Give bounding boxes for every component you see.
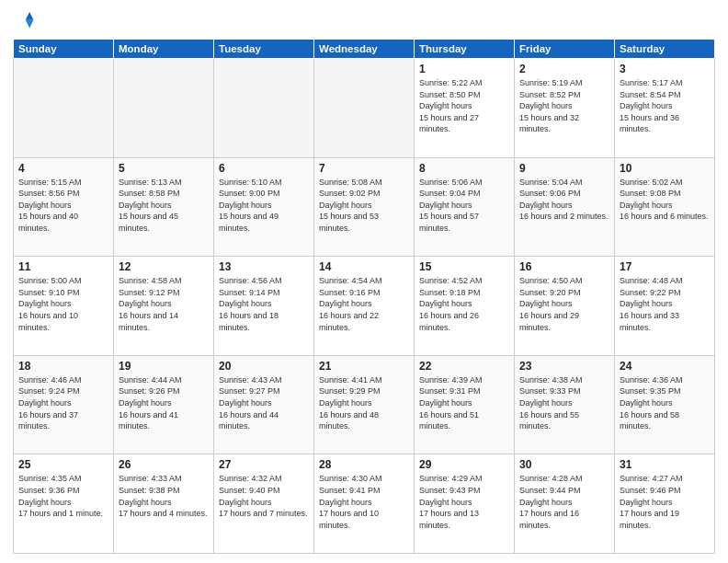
day-number: 9 [519,162,609,175]
weekday-header-saturday: Saturday [615,40,715,59]
day-cell: 7Sunrise: 5:08 AMSunset: 9:02 PMDaylight… [314,157,415,257]
weekday-header-row: SundayMondayTuesdayWednesdayThursdayFrid… [14,40,715,59]
day-cell: 31Sunrise: 4:27 AMSunset: 9:46 PMDayligh… [615,454,715,554]
day-info: Sunrise: 4:52 AMSunset: 9:18 PMDaylight … [419,275,509,333]
day-cell: 30Sunrise: 4:28 AMSunset: 9:44 PMDayligh… [515,454,615,554]
day-cell: 17Sunrise: 4:48 AMSunset: 9:22 PMDayligh… [615,257,715,356]
day-cell: 2Sunrise: 5:19 AMSunset: 8:52 PMDaylight… [515,59,615,158]
day-cell [14,59,114,158]
day-info: Sunrise: 5:19 AMSunset: 8:52 PMDaylight … [519,77,609,135]
day-number: 29 [419,458,509,471]
day-number: 28 [319,458,409,471]
day-info: Sunrise: 4:28 AMSunset: 9:44 PMDaylight … [519,473,609,531]
weekday-header-wednesday: Wednesday [314,40,415,59]
day-number: 31 [620,458,710,471]
day-number: 23 [519,360,609,373]
weekday-header-tuesday: Tuesday [214,40,314,59]
logo [13,9,39,33]
day-info: Sunrise: 5:17 AMSunset: 8:54 PMDaylight … [620,77,710,135]
week-row-3: 11Sunrise: 5:00 AMSunset: 9:10 PMDayligh… [14,257,715,356]
week-row-5: 25Sunrise: 4:35 AMSunset: 9:36 PMDayligh… [14,454,715,554]
day-number: 1 [419,63,509,75]
day-number: 4 [18,162,108,175]
day-info: Sunrise: 4:38 AMSunset: 9:33 PMDaylight … [519,374,609,432]
day-cell: 3Sunrise: 5:17 AMSunset: 8:54 PMDaylight… [615,59,715,158]
day-info: Sunrise: 4:29 AMSunset: 9:43 PMDaylight … [419,473,509,531]
svg-marker-1 [26,20,34,29]
day-info: Sunrise: 4:27 AMSunset: 9:46 PMDaylight … [620,473,710,531]
calendar-body: 1Sunrise: 5:22 AMSunset: 8:50 PMDaylight… [14,59,715,554]
day-number: 14 [319,260,409,273]
day-cell: 22Sunrise: 4:39 AMSunset: 9:31 PMDayligh… [415,355,515,454]
day-number: 20 [219,360,309,373]
day-info: Sunrise: 4:56 AMSunset: 9:14 PMDaylight … [219,275,309,333]
day-number: 2 [519,63,609,75]
day-number: 25 [18,458,108,471]
day-info: Sunrise: 5:22 AMSunset: 8:50 PMDaylight … [419,77,509,135]
day-number: 26 [119,458,209,471]
day-info: Sunrise: 5:08 AMSunset: 9:02 PMDaylight … [319,177,409,235]
day-number: 7 [319,162,409,175]
day-info: Sunrise: 5:04 AMSunset: 9:06 PMDaylight … [519,177,609,223]
weekday-header-sunday: Sunday [14,40,114,59]
day-number: 22 [419,360,509,373]
day-cell: 8Sunrise: 5:06 AMSunset: 9:04 PMDaylight… [415,157,515,257]
day-number: 18 [18,360,108,373]
day-info: Sunrise: 4:43 AMSunset: 9:27 PMDaylight … [219,374,309,432]
day-number: 16 [519,260,609,273]
day-cell: 9Sunrise: 5:04 AMSunset: 9:06 PMDaylight… [515,157,615,257]
day-cell: 14Sunrise: 4:54 AMSunset: 9:16 PMDayligh… [314,257,415,356]
header [13,9,715,33]
day-cell: 18Sunrise: 4:46 AMSunset: 9:24 PMDayligh… [14,355,114,454]
day-number: 21 [319,360,409,373]
calendar-page: SundayMondayTuesdayWednesdayThursdayFrid… [0,0,728,563]
day-cell: 23Sunrise: 4:38 AMSunset: 9:33 PMDayligh… [515,355,615,454]
week-row-1: 1Sunrise: 5:22 AMSunset: 8:50 PMDaylight… [14,59,715,158]
day-cell: 26Sunrise: 4:33 AMSunset: 9:38 PMDayligh… [114,454,214,554]
week-row-4: 18Sunrise: 4:46 AMSunset: 9:24 PMDayligh… [14,355,715,454]
day-number: 5 [119,162,209,175]
day-cell [314,59,415,158]
day-info: Sunrise: 4:30 AMSunset: 9:41 PMDaylight … [319,473,409,531]
day-number: 24 [620,360,710,373]
logo-icon [15,9,35,29]
day-cell: 10Sunrise: 5:02 AMSunset: 9:08 PMDayligh… [615,157,715,257]
day-cell: 24Sunrise: 4:36 AMSunset: 9:35 PMDayligh… [615,355,715,454]
day-number: 6 [219,162,309,175]
calendar-table: SundayMondayTuesdayWednesdayThursdayFrid… [13,39,715,554]
day-info: Sunrise: 4:33 AMSunset: 9:38 PMDaylight … [119,473,209,519]
day-cell: 27Sunrise: 4:32 AMSunset: 9:40 PMDayligh… [214,454,314,554]
day-info: Sunrise: 5:15 AMSunset: 8:56 PMDaylight … [18,177,108,235]
day-cell [114,59,214,158]
day-info: Sunrise: 4:58 AMSunset: 9:12 PMDaylight … [119,275,209,333]
week-row-2: 4Sunrise: 5:15 AMSunset: 8:56 PMDaylight… [14,157,715,257]
day-info: Sunrise: 4:35 AMSunset: 9:36 PMDaylight … [18,473,108,519]
svg-marker-0 [26,12,34,20]
day-info: Sunrise: 4:41 AMSunset: 9:29 PMDaylight … [319,374,409,432]
day-info: Sunrise: 5:02 AMSunset: 9:08 PMDaylight … [620,177,710,223]
weekday-header-monday: Monday [114,40,214,59]
day-number: 30 [519,458,609,471]
day-number: 12 [119,260,209,273]
day-number: 17 [620,260,710,273]
day-cell: 13Sunrise: 4:56 AMSunset: 9:14 PMDayligh… [214,257,314,356]
day-info: Sunrise: 4:36 AMSunset: 9:35 PMDaylight … [620,374,710,432]
day-number: 11 [18,260,108,273]
day-cell: 29Sunrise: 4:29 AMSunset: 9:43 PMDayligh… [415,454,515,554]
day-info: Sunrise: 5:10 AMSunset: 9:00 PMDaylight … [219,177,309,235]
day-info: Sunrise: 4:48 AMSunset: 9:22 PMDaylight … [620,275,710,333]
day-cell: 4Sunrise: 5:15 AMSunset: 8:56 PMDaylight… [14,157,114,257]
weekday-header-thursday: Thursday [415,40,515,59]
day-cell: 20Sunrise: 4:43 AMSunset: 9:27 PMDayligh… [214,355,314,454]
day-number: 3 [620,63,710,75]
day-info: Sunrise: 4:54 AMSunset: 9:16 PMDaylight … [319,275,409,333]
day-info: Sunrise: 4:32 AMSunset: 9:40 PMDaylight … [219,473,309,519]
day-number: 19 [119,360,209,373]
day-cell: 28Sunrise: 4:30 AMSunset: 9:41 PMDayligh… [314,454,415,554]
day-number: 13 [219,260,309,273]
day-cell: 21Sunrise: 4:41 AMSunset: 9:29 PMDayligh… [314,355,415,454]
day-cell: 1Sunrise: 5:22 AMSunset: 8:50 PMDaylight… [415,59,515,158]
day-cell [214,59,314,158]
day-cell: 19Sunrise: 4:44 AMSunset: 9:26 PMDayligh… [114,355,214,454]
day-number: 10 [620,162,710,175]
